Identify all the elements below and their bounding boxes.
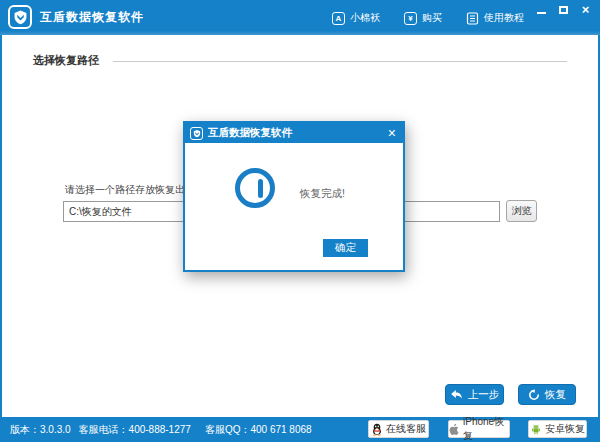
recover-button[interactable]: 恢复 xyxy=(518,384,576,405)
window-controls: × xyxy=(535,3,592,16)
service-qq-text: 客服QQ：400 671 8068 xyxy=(205,423,312,437)
online-support-button[interactable]: 在线客服 xyxy=(368,420,429,438)
android-recovery-button[interactable]: 安卓恢复 xyxy=(528,420,587,438)
recover-label: 恢复 xyxy=(545,388,566,402)
iphone-recovery-label: iPhone恢复 xyxy=(463,415,509,442)
exclamation-icon xyxy=(235,168,275,208)
online-support-label: 在线客服 xyxy=(386,422,426,436)
dialog-message: 恢复完成! xyxy=(300,187,345,201)
titlebar: 互盾数据恢复软件 A 小棉袄 ¥ 购买 使用教程 xyxy=(0,0,600,35)
ok-button[interactable]: 确定 xyxy=(323,239,368,257)
dialog-title: 互盾数据恢复软件 xyxy=(208,126,292,140)
qq-icon xyxy=(371,423,383,436)
titlebar-menu: A 小棉袄 ¥ 购买 使用教程 xyxy=(332,7,524,29)
dialog-shield-icon xyxy=(190,127,203,140)
menu-item-label: 购买 xyxy=(422,11,442,25)
assistant-icon: A xyxy=(332,12,345,25)
message-dialog: 互盾数据恢复软件 × 恢复完成! 确定 xyxy=(183,121,405,272)
browse-button[interactable]: 浏览 xyxy=(506,200,537,222)
menu-item-label: 使用教程 xyxy=(484,11,524,25)
app-logo-shield-icon xyxy=(8,5,32,29)
tutorial-icon xyxy=(466,12,479,25)
android-icon xyxy=(530,423,542,436)
dialog-body: 恢复完成! 确定 xyxy=(185,143,403,270)
previous-step-button[interactable]: 上一步 xyxy=(445,384,504,405)
menu-item-tutorial[interactable]: 使用教程 xyxy=(466,11,524,25)
menu-item-buy[interactable]: ¥ 购买 xyxy=(404,11,442,25)
footer-info: 版本：3.0.3.0 客服电话：400-888-1277 客服QQ：400 67… xyxy=(10,417,312,442)
app-window: 互盾数据恢复软件 A 小棉袄 ¥ 购买 使用教程 xyxy=(0,0,600,442)
refresh-icon xyxy=(528,389,540,401)
menu-item-assistant[interactable]: A 小棉袄 xyxy=(332,11,380,25)
close-icon[interactable]: × xyxy=(579,3,592,16)
previous-step-label: 上一步 xyxy=(468,388,500,402)
dialog-close-icon[interactable]: × xyxy=(386,126,398,140)
dialog-titlebar: 互盾数据恢复软件 × xyxy=(185,123,403,143)
iphone-recovery-button[interactable]: iPhone恢复 xyxy=(448,420,510,438)
service-phone-text: 客服电话：400-888-1277 xyxy=(79,423,191,437)
section-header: 选择恢复路径 xyxy=(33,53,567,68)
menu-item-label: 小棉袄 xyxy=(350,11,380,25)
buy-icon: ¥ xyxy=(404,12,417,25)
back-arrow-icon xyxy=(450,389,463,400)
android-recovery-label: 安卓恢复 xyxy=(545,422,585,436)
apple-icon xyxy=(449,423,460,436)
minimize-icon[interactable] xyxy=(535,3,548,16)
app-title: 互盾数据恢复软件 xyxy=(40,0,144,35)
status-bar: 版本：3.0.3.0 客服电话：400-888-1277 客服QQ：400 67… xyxy=(0,417,600,442)
maximize-icon[interactable] xyxy=(557,3,570,16)
divider-line xyxy=(113,61,567,62)
version-text: 版本：3.0.3.0 xyxy=(10,423,71,437)
page-title: 选择恢复路径 xyxy=(33,53,99,68)
